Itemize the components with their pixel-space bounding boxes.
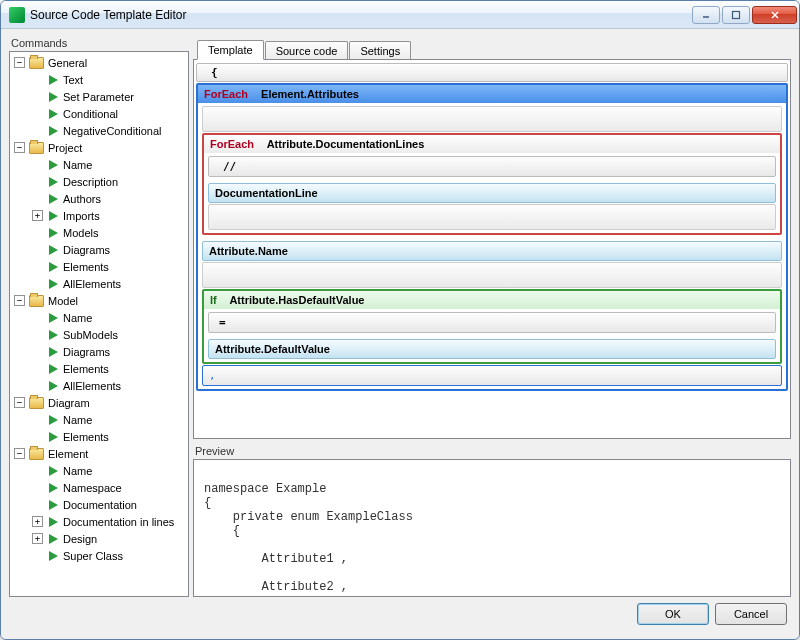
tree-item[interactable]: Diagrams <box>28 343 188 360</box>
template-editor[interactable]: { ForEach Element.Attributes ForEach <box>193 59 791 439</box>
expand-icon[interactable]: + <box>32 533 43 544</box>
tree-item[interactable]: Description <box>28 173 188 190</box>
foreach-body: ForEach Attribute.DocumentationLines // … <box>198 103 786 389</box>
tree-item[interactable]: NegativeConditional <box>28 122 188 139</box>
foreach-header[interactable]: ForEach Element.Attributes <box>198 85 786 103</box>
tree-item[interactable]: Conditional <box>28 105 188 122</box>
collapse-icon[interactable]: − <box>14 295 25 306</box>
expand-icon[interactable]: + <box>32 516 43 527</box>
tree-item-label: Name <box>63 414 92 426</box>
app-icon <box>9 7 25 23</box>
tree-item-label: Diagrams <box>63 244 110 256</box>
tree-item[interactable]: AllElements <box>28 377 188 394</box>
commands-panel: Commands −GeneralTextSet ParameterCondit… <box>9 37 189 597</box>
twist-spacer <box>32 227 43 238</box>
twist-spacer <box>32 380 43 391</box>
equals-row[interactable]: = <box>208 312 776 333</box>
open-brace-row[interactable]: { <box>196 63 788 82</box>
tree-item-label: Documentation in lines <box>63 516 174 528</box>
tab-settings[interactable]: Settings <box>349 41 411 60</box>
twist-spacer <box>32 363 43 374</box>
tree-item-label: Name <box>63 159 92 171</box>
documentation-line-row[interactable]: DocumentationLine <box>208 183 776 203</box>
empty-row[interactable] <box>202 262 782 288</box>
arrow-icon <box>49 75 58 85</box>
close-button[interactable] <box>752 6 797 24</box>
foreach-docs-header[interactable]: ForEach Attribute.DocumentationLines <box>204 135 780 153</box>
tree-item-label: Imports <box>63 210 100 222</box>
arrow-icon <box>49 551 58 561</box>
commands-tree[interactable]: −GeneralTextSet ParameterConditionalNega… <box>9 51 189 597</box>
expand-icon[interactable]: + <box>32 210 43 221</box>
tree-item[interactable]: Diagrams <box>28 241 188 258</box>
arrow-icon <box>49 415 58 425</box>
if-has-default-value[interactable]: If Attribute.HasDefaultValue = Attribute… <box>202 289 782 364</box>
tree-item[interactable]: Text <box>28 71 188 88</box>
arrow-icon <box>49 432 58 442</box>
tree-item[interactable]: Name <box>28 309 188 326</box>
attribute-name-row[interactable]: Attribute.Name <box>202 241 782 261</box>
arrow-icon <box>49 517 58 527</box>
maximize-button[interactable] <box>722 6 750 24</box>
tree-item[interactable]: SubModels <box>28 326 188 343</box>
tree-item-label: Description <box>63 176 118 188</box>
folder-icon <box>29 448 44 460</box>
attribute-default-value-row[interactable]: Attribute.DefaultValue <box>208 339 776 359</box>
if-header[interactable]: If Attribute.HasDefaultValue <box>204 291 780 309</box>
foreach-expr: Element.Attributes <box>261 88 359 100</box>
collapse-icon[interactable]: − <box>14 397 25 408</box>
tree-item[interactable]: Models <box>28 224 188 241</box>
tree-item[interactable]: Name <box>28 156 188 173</box>
tree-item[interactable]: Documentation <box>28 496 188 513</box>
tree-item[interactable]: Elements <box>28 428 188 445</box>
tree-group-model[interactable]: −Model <box>10 292 188 309</box>
arrow-icon <box>49 313 58 323</box>
tree-item[interactable]: Set Parameter <box>28 88 188 105</box>
tree-item[interactable]: Name <box>28 462 188 479</box>
foreach-documentation-lines[interactable]: ForEach Attribute.DocumentationLines // … <box>202 133 782 235</box>
tree-group-diagram[interactable]: −Diagram <box>10 394 188 411</box>
arrow-icon <box>49 466 58 476</box>
tree-item[interactable]: Authors <box>28 190 188 207</box>
collapse-icon[interactable]: − <box>14 448 25 459</box>
twist-spacer <box>32 278 43 289</box>
tree-group-label: Project <box>48 142 82 154</box>
arrow-icon <box>49 534 58 544</box>
comment-slashes-row[interactable]: // <box>208 156 776 177</box>
comma-row[interactable]: , <box>202 365 782 386</box>
tree-item[interactable]: +Design <box>28 530 188 547</box>
tree-group-label: Model <box>48 295 78 307</box>
tree-item[interactable]: +Documentation in lines <box>28 513 188 530</box>
folder-icon <box>29 57 44 69</box>
tab-source-code[interactable]: Source code <box>265 41 349 60</box>
tree-item-label: Elements <box>63 431 109 443</box>
preview-textarea[interactable]: namespace Example { private enum Example… <box>193 459 791 597</box>
tree-item[interactable]: Namespace <box>28 479 188 496</box>
collapse-icon[interactable]: − <box>14 142 25 153</box>
tree-item[interactable]: Elements <box>28 258 188 275</box>
ok-button[interactable]: OK <box>637 603 709 625</box>
tree-item[interactable]: Super Class <box>28 547 188 564</box>
empty-row[interactable] <box>208 204 776 230</box>
foreach-element-attributes[interactable]: ForEach Element.Attributes ForEach Attri… <box>196 83 788 391</box>
tab-template[interactable]: Template <box>197 40 264 60</box>
tree-item[interactable]: Name <box>28 411 188 428</box>
tree-group-element[interactable]: −Element <box>10 445 188 462</box>
titlebar[interactable]: Source Code Template Editor <box>1 1 799 29</box>
tree-group-label: Diagram <box>48 397 90 409</box>
arrow-icon <box>49 92 58 102</box>
tree-group-general[interactable]: −General <box>10 54 188 71</box>
cancel-button[interactable]: Cancel <box>715 603 787 625</box>
tree-group-project[interactable]: −Project <box>10 139 188 156</box>
svg-rect-1 <box>733 11 740 18</box>
tree-item[interactable]: Elements <box>28 360 188 377</box>
empty-row[interactable] <box>202 106 782 132</box>
right-column: Template Source code Settings { ForEach … <box>193 37 791 597</box>
arrow-icon <box>49 381 58 391</box>
tree-item[interactable]: +Imports <box>28 207 188 224</box>
collapse-icon[interactable]: − <box>14 57 25 68</box>
tree-item[interactable]: AllElements <box>28 275 188 292</box>
client-area: Commands −GeneralTextSet ParameterCondit… <box>1 29 799 639</box>
minimize-button[interactable] <box>692 6 720 24</box>
caption-buttons <box>692 6 797 24</box>
